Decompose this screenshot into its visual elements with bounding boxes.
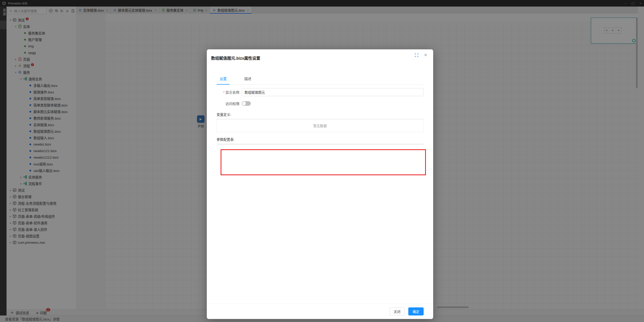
params-table xyxy=(217,144,423,145)
variables-section-header: 变量定义: xyxy=(217,112,423,117)
dialog-tabs: 设置 描述 xyxy=(217,76,423,85)
variables-title: 变量定义: xyxy=(217,112,231,117)
tab-settings[interactable]: 设置 xyxy=(217,76,230,85)
variables-empty-state: 暂无数据 xyxy=(217,119,423,132)
params-title: 参数配置表: xyxy=(217,137,234,142)
dialog-footer: 关闭 确定 xyxy=(207,304,433,319)
access-row: 访问权限 xyxy=(217,101,423,106)
params-table-header xyxy=(217,144,423,144)
dialog-header: 数组赋值图元.bizx属性设置 xyxy=(207,49,433,70)
access-toggle[interactable] xyxy=(242,101,251,106)
close-button[interactable]: 关闭 xyxy=(389,307,405,315)
app-window: Primeton-IDE – ▢ × 资源 AI↻≡ ▾测试!▾实体服务集实体租… xyxy=(0,0,644,322)
variables-table: 暂无数据 xyxy=(217,119,423,132)
properties-dialog: 数组赋值图元.bizx属性设置 × 设置 描述 *显示名称 访问权限 变量定义:… xyxy=(207,49,433,319)
fullscreen-icon[interactable] xyxy=(415,53,419,57)
display-name-input[interactable] xyxy=(242,88,423,96)
toggle-knob xyxy=(242,102,246,105)
required-mark: * xyxy=(223,90,225,94)
dialog-title: 数组赋值图元.bizx属性设置 xyxy=(211,56,260,60)
tab-description[interactable]: 描述 xyxy=(241,76,254,84)
display-name-label: *显示名称 xyxy=(217,90,239,95)
red-annotation-box xyxy=(221,149,426,175)
display-name-row: *显示名称 xyxy=(217,88,423,96)
access-label: 访问权限 xyxy=(217,101,239,106)
params-section-header: 参数配置表: xyxy=(217,137,423,142)
close-icon[interactable]: × xyxy=(424,52,427,57)
ok-button[interactable]: 确定 xyxy=(408,307,424,315)
